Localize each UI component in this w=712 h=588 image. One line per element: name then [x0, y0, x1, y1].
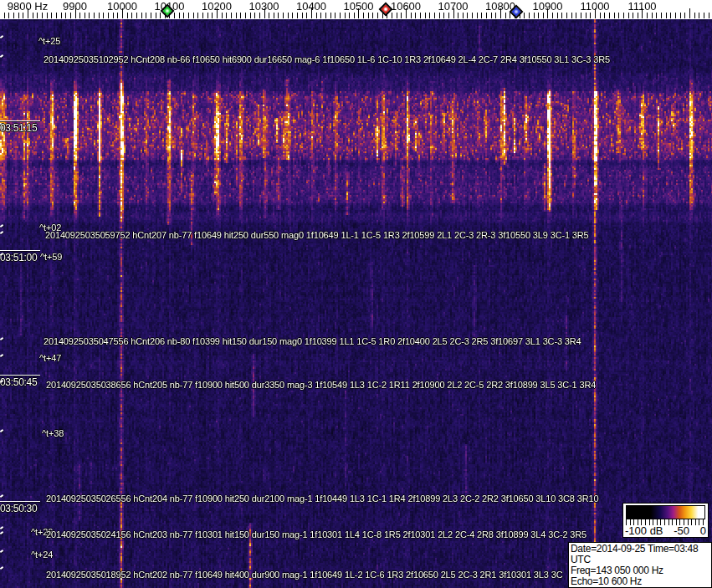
intensity-colorbar: -100 dB -50 0: [622, 503, 709, 538]
time-tick-label: 03:51:15: [0, 122, 37, 134]
freq-tick-label: 11000: [580, 0, 609, 13]
freq-tick-label: 10000: [107, 0, 137, 13]
info-box: Date=2014-09-25 Time=03:48 UTCFreq=143 0…: [568, 542, 712, 588]
time-annotation: ^t+38: [42, 428, 64, 438]
detection-line: 20140925035047556 hCnt206 nb-80 f10399 h…: [44, 336, 581, 346]
detection-line: 20140925035038656 hCnt205 nb-77 f10900 h…: [46, 380, 596, 390]
freq-tick-label: 10900: [532, 0, 562, 13]
colorbar-labels: -100 dB -50 0: [623, 525, 708, 537]
freq-tick-label: 10400: [296, 0, 326, 13]
freq-tick-label: 10500: [343, 0, 373, 13]
time-tick-label: 03:50:45: [0, 376, 37, 388]
time-annotation: ^t+25: [38, 36, 60, 46]
colorbar-gradient: [626, 505, 705, 519]
freq-tick-label: 10700: [438, 0, 468, 13]
freq-tick-label: 11100: [627, 0, 656, 13]
time-annotation: ^t+47: [39, 353, 61, 363]
colorbar-label-min: -100 dB: [625, 525, 663, 537]
colorbar-label-mid: -50: [674, 525, 689, 537]
time-annotation: ^t+59: [40, 252, 62, 262]
freq-tick-label: 10600: [391, 0, 421, 13]
freq-tick-label: 10300: [248, 0, 279, 13]
time-tick-label: 03:51:00: [0, 252, 37, 263]
detection-line: 20140925035102952 hCnt208 nb-66 f10650 h…: [44, 54, 610, 64]
info-box-line: Date=2014-09-25 Time=03:48 UTC: [571, 544, 711, 565]
freq-tick-label: 9900: [63, 0, 87, 13]
freq-tick-label: 9800 Hz: [8, 0, 48, 13]
detection-line: 20140925035018952 hCnt202 nb-77 f10649 h…: [46, 570, 562, 580]
colorbar-label-max: 0: [700, 525, 706, 537]
frequency-ruler: 9800 Hz990010000101001020010300104001050…: [0, 0, 712, 19]
freq-tick-label: 10200: [202, 0, 232, 13]
time-annotation: ^t+24: [31, 550, 53, 560]
detection-line: 20140925035059752 hCnt207 nb-77 f10649 h…: [45, 230, 589, 240]
time-tick-label: 03:50:30: [0, 503, 37, 514]
detection-line: 20140925035026556 hCnt204 nb-77 f10900 h…: [46, 493, 598, 504]
spectrogram-app-window: 9800 Hz990010000101001020010300104001050…: [0, 0, 712, 588]
detection-line: 20140925035024156 hCnt203 nb-77 f10301 h…: [46, 529, 587, 539]
